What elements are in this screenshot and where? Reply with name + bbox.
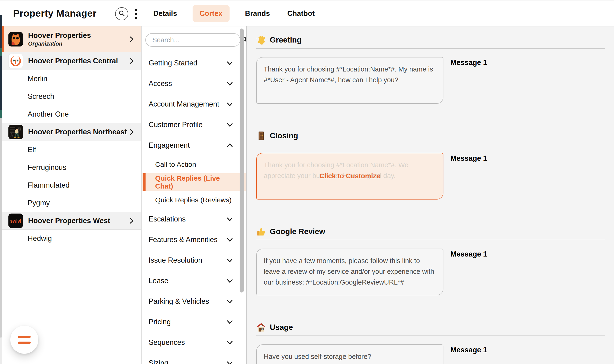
horned-owl-logo [8,32,23,47]
message-label: Message 1 [450,153,487,163]
barn-owl-logo [8,54,23,68]
kebab-menu-icon[interactable] [132,7,139,20]
sidebar-scrollbar-thumb[interactable] [0,118,2,338]
topic-escalations[interactable]: Escalations [141,209,246,229]
quick-replies-content: Greeting Thank you for choosing #*Locati… [247,26,614,364]
topic-account-management[interactable]: Account Management [141,94,246,115]
search-input[interactable] [152,36,240,44]
chevron-down-icon [226,277,233,284]
app-title: Property Manager [13,8,97,19]
section-divider [256,144,605,144]
sidebar-item-hoover-properties-org[interactable]: Hoover Properties Organization [0,26,141,52]
topic-lease[interactable]: Lease [141,271,246,291]
topic-sizing[interactable]: Sizing [141,353,246,364]
topic-access[interactable]: Access [141,73,246,94]
chevron-down-icon [226,80,233,87]
topics-scrollbar-thumb[interactable] [240,28,244,293]
google-review-message-card[interactable]: If you have a few moments, please follow… [256,248,443,295]
header-search-button[interactable] [115,7,128,20]
left-rail-segment [0,56,2,110]
chevron-up-icon [226,142,233,149]
chevron-down-icon [226,101,233,108]
tab-bar: Details Cortex Brands Chatbot [141,0,317,26]
section-title: Greeting [270,36,302,44]
closing-message-card[interactable]: Thank you for choosing #*Location:Name*#… [256,153,443,199]
sidebar-item-merlin[interactable]: Merlin [0,70,141,88]
message-label: Message 1 [450,344,487,354]
topic-getting-started[interactable]: Getting Started [141,53,246,73]
section-divider [256,48,605,49]
chevron-down-icon [226,257,233,264]
org-type-label: Organization [28,40,128,47]
section-google-review: Google Review If you have a few moments,… [256,226,605,295]
topic-sequences[interactable]: Sequences [141,332,246,353]
topic-engagement[interactable]: Engagement [141,135,246,156]
chevron-right-icon [128,217,135,224]
org-name: Hoover Properties [28,31,128,40]
chevron-down-icon [226,360,233,364]
swivl-logo: swivl [8,214,23,228]
sidebar-item-flammulated[interactable]: Flammulated [0,176,141,194]
sidebar-item-hoover-properties-northeast[interactable]: Hoover Properties Northeast [0,123,141,141]
usage-message-card[interactable]: Have you used self-storage before? [256,344,443,364]
topics-search[interactable] [145,33,240,47]
menu-fab-button[interactable] [10,326,38,354]
sidebar-item-screech[interactable]: Screech [0,88,141,105]
section-divider [256,240,605,240]
chevron-right-icon [128,129,135,135]
section-greeting: Greeting Thank you for choosing #*Locati… [256,35,605,104]
section-title: Google Review [270,227,325,236]
section-usage: Usage Have you used self-storage before?… [256,322,605,364]
group-name: Hoover Properties Central [28,57,128,65]
chevron-down-icon [226,339,233,346]
sidebar-item-hedwig[interactable]: Hedwig [0,230,141,247]
tab-details[interactable]: Details [151,5,179,22]
group-name: Hoover Properties Northeast [28,128,128,136]
sidebar-item-hoover-properties-central[interactable]: Hoover Properties Central [0,52,141,70]
topics-list: Getting Started Access Account Managemen… [141,53,246,364]
top-bar: Property Manager Details Cortex Brands C… [0,0,614,26]
chevron-down-icon [226,236,233,243]
section-title: Usage [270,323,293,332]
topic-issue-resolution[interactable]: Issue Resolution [141,250,246,271]
chevron-down-icon [226,216,233,223]
sidebar-item-another-one[interactable]: Another One [0,105,141,123]
topic-call-to-action[interactable]: Call to Action [141,156,246,173]
thumbs-up-icon [256,227,266,236]
tab-chatbot[interactable]: Chatbot [285,5,317,22]
menu-icon [18,342,31,344]
message-label: Message 1 [450,57,487,67]
menu-icon [18,336,31,338]
tab-cortex[interactable]: Cortex [193,5,230,22]
topic-parking-vehicles[interactable]: Parking & Vehicles [141,291,246,312]
cortex-topics-panel: Getting Started Access Account Managemen… [141,26,247,364]
topic-quick-replies-live-chat[interactable]: Quick Replies (Live Chat) [141,173,246,191]
message-text: Thank you for choosing #*Location:Name*#… [264,65,433,84]
click-to-customize-button[interactable]: Click to Customize [319,171,380,182]
selected-org-indicator [2,26,4,52]
left-rail-segment [0,48,2,56]
topic-quick-replies-reviews[interactable]: Quick Replies (Reviews) [141,191,246,209]
sidebar-item-elf[interactable]: Elf [0,141,141,159]
group-name: Hoover Properties West [28,217,128,225]
sidebar-item-ferruginous[interactable]: Ferruginous [0,159,141,176]
topic-customer-profile[interactable]: Customer Profile [141,115,246,135]
chevron-down-icon [226,121,233,128]
greeting-message-card[interactable]: Thank you for choosing #*Location:Name*#… [256,57,443,104]
chevron-right-icon [128,57,135,65]
left-rail-segment [0,110,2,118]
topic-pricing[interactable]: Pricing [141,312,246,332]
chevron-down-icon [226,60,233,66]
tab-brands[interactable]: Brands [243,5,272,22]
section-closing: Closing Thank you for choosing #*Locatio… [256,130,605,199]
chevron-down-icon [226,298,233,305]
left-rail-segment [0,15,2,48]
svg-text:swivl: swivl [10,218,21,223]
sidebar-item-hoover-properties-west[interactable]: swivl Hoover Properties West [0,212,141,230]
topic-features-amenities[interactable]: Features & Amenities [141,229,246,250]
house-icon [256,322,266,332]
chevron-right-icon [128,36,135,43]
section-divider [256,336,605,336]
sidebar-item-pygmy[interactable]: Pygmy [0,194,141,212]
message-text: If you have a few moments, please follow… [264,257,434,286]
